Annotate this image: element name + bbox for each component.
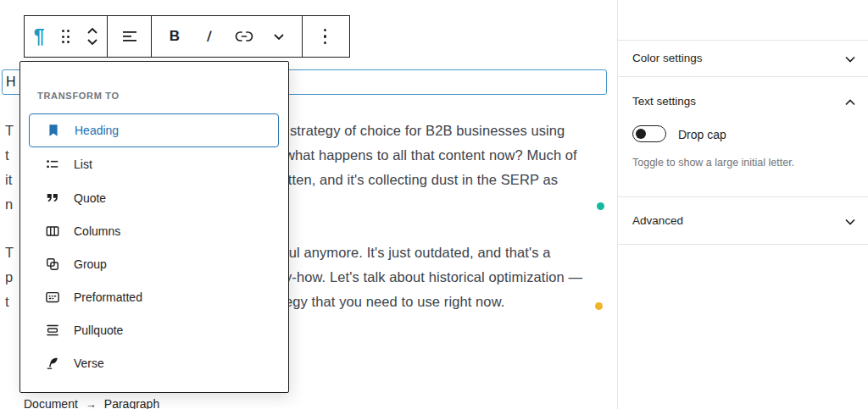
text-fragment: n [5, 196, 13, 213]
text-fragment: T [5, 123, 14, 139]
transform-to-header: TRANSFORM TO [37, 91, 120, 101]
menu-item-preformatted[interactable]: Preformatted [29, 280, 279, 314]
menu-item-group[interactable]: Group [29, 247, 279, 281]
toolbar-format-group: B I [152, 16, 303, 57]
bold-button[interactable]: B [163, 21, 186, 52]
breadcrumb-arrow-icon: → [86, 398, 97, 409]
text-fragment: y-how. Let's talk about historical optim… [285, 269, 582, 285]
panel-title-text-settings[interactable]: Text settings [632, 95, 696, 108]
quote-icon [44, 190, 61, 207]
breadcrumb-document[interactable]: Document [24, 397, 78, 409]
paragraph-block-icon[interactable]: ¶ [27, 21, 51, 52]
link-icon[interactable] [232, 21, 256, 52]
menu-item-label: Heading [75, 124, 119, 137]
toolbar-align-group [108, 16, 152, 57]
text-fragment: t [5, 294, 9, 310]
menu-item-label: Verse [74, 356, 104, 370]
more-options-kebab-icon[interactable] [314, 21, 337, 52]
block-text-fragment: H [6, 75, 16, 89]
panel-title-advanced[interactable]: Advanced [632, 214, 683, 227]
group-icon [44, 256, 61, 273]
menu-item-label: Group [74, 257, 107, 271]
text-fragment: p [5, 269, 13, 285]
italic-button[interactable]: I [198, 21, 221, 52]
text-fragment: T [5, 245, 14, 261]
text-fragment: what happens to all that content now? Mu… [285, 147, 577, 163]
menu-item-verse[interactable]: Verse [29, 346, 279, 380]
text-fragment: it [5, 172, 12, 188]
panel-divider [618, 76, 868, 77]
heading-bookmark-icon [45, 122, 62, 139]
drop-cap-label: Drop cap [678, 128, 726, 141]
align-left-icon[interactable] [118, 21, 142, 52]
toolbar-options-group [303, 16, 348, 57]
pullquote-icon [44, 322, 61, 339]
transform-to-popover: TRANSFORM TO Heading List Quote [19, 61, 289, 393]
verse-icon [44, 355, 61, 372]
menu-item-list[interactable]: List [29, 147, 279, 181]
breadcrumb-paragraph[interactable]: Paragraph [104, 397, 159, 409]
panel-divider [618, 196, 868, 197]
toolbar-block-group: ¶ [25, 16, 108, 57]
menu-item-columns[interactable]: Columns [29, 214, 279, 248]
drop-cap-help-text: Toggle to show a large initial letter. [632, 157, 794, 169]
menu-item-label: Columns [74, 224, 120, 238]
menu-item-label: Quote [74, 191, 106, 205]
list-icon [44, 156, 61, 173]
menu-item-label: List [74, 158, 92, 171]
text-fragment: ful anymore. It's just outdated, and tha… [285, 245, 550, 261]
chevron-up-icon[interactable] [843, 96, 857, 109]
text-fragment: strategy of choice for B2B businesses us… [290, 123, 565, 139]
breadcrumb: Document → Paragraph [24, 397, 159, 409]
preformatted-icon [44, 289, 61, 306]
drop-cap-toggle[interactable] [632, 125, 666, 142]
panel-divider [618, 244, 868, 245]
panel-title-color-settings[interactable]: Color settings [632, 52, 703, 64]
text-fragment: itten, and it's collecting dust in the S… [285, 172, 558, 188]
menu-item-label: Pullquote [74, 323, 123, 337]
text-fragment: t [5, 147, 9, 163]
menu-item-heading[interactable]: Heading [29, 113, 279, 147]
drag-handle-icon[interactable] [54, 21, 78, 52]
columns-icon [44, 223, 61, 240]
more-formats-chevron-icon[interactable] [267, 21, 291, 52]
block-toolbar: ¶ B I [24, 15, 350, 58]
menu-item-quote[interactable]: Quote [29, 181, 279, 215]
chevron-down-icon[interactable] [843, 53, 857, 66]
gutenberg-editor: { "toolbar": { "paragraph_glyph": "¶", "… [0, 0, 868, 409]
text-fragment: egy that you need to use right now. [285, 294, 504, 310]
block-mover-icon[interactable] [81, 21, 104, 52]
sidebar-divider [617, 0, 618, 409]
teal-annotation-dot [597, 202, 604, 210]
panel-divider [618, 40, 868, 41]
chevron-down-icon[interactable] [843, 215, 857, 229]
menu-item-pullquote[interactable]: Pullquote [29, 313, 279, 347]
menu-item-label: Preformatted [74, 290, 142, 304]
yellow-annotation-dot [595, 302, 603, 310]
